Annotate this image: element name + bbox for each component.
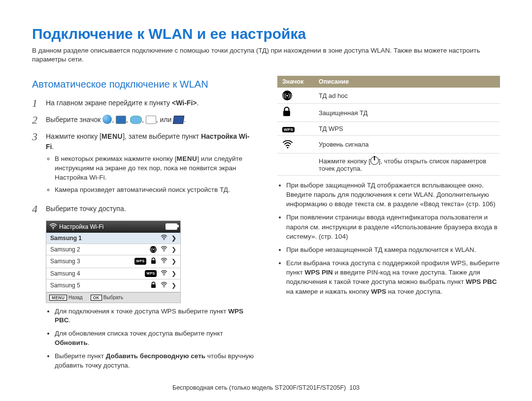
page-number: 103 (349, 384, 360, 391)
manual-page: Подключение к WLAN и ее настройка В данн… (0, 0, 532, 401)
step-3-sublist: В некоторых режимах нажмите кнопку [MENU… (46, 154, 255, 195)
device-screenshot: Настройка Wi-Fi Samsung 1 ❯ (46, 220, 181, 303)
network-row-3: Samsung 3 WPS ❯ (46, 255, 180, 268)
power-icon (370, 156, 379, 165)
adhoc-icon: ((•)) (282, 91, 292, 100)
svg-point-7 (164, 286, 165, 287)
lock-icon (150, 257, 157, 266)
step-3-sub2: Камера произведет автоматический поиск у… (55, 185, 255, 195)
step-1-text-pre: На главном экране перейдите к пункту (46, 99, 172, 107)
page-intro: В данном разделе описывается подключение… (32, 46, 500, 64)
svg-rect-6 (151, 284, 156, 288)
wps-icon: WPS (145, 270, 157, 277)
device-header: Настройка Wi-Fi (46, 221, 180, 233)
chevron-right-icon: ❯ (171, 246, 176, 253)
svg-point-0 (53, 228, 54, 229)
step-4: Выберите точку доступа. (32, 204, 255, 215)
network-name: Samsung 3 (50, 258, 80, 265)
signal-icon (161, 235, 167, 242)
device-footer: MENU Назад OK Выбрать (46, 292, 180, 303)
lock-desc: Защищенная ТД (314, 104, 500, 122)
chevron-right-icon: ❯ (171, 258, 176, 265)
wifi-icon (49, 223, 57, 231)
ok-key: OK (91, 295, 102, 301)
signal-icon (161, 246, 167, 253)
step-2: Выберите значок , , , , или . (32, 115, 255, 125)
signal-icon (161, 270, 167, 277)
svg-point-9 (287, 147, 289, 148)
svg-point-1 (164, 239, 165, 240)
network-name: Samsung 5 (50, 282, 80, 289)
after-bullet-1: Для подключения к точке доступа WPS выбе… (55, 307, 255, 326)
menu-label-2: MENU (177, 155, 198, 162)
content-columns: Автоматическое подключение к WLAN На гла… (32, 76, 500, 374)
after-bullet-2: Для обновления списка точек доступа выбе… (55, 329, 255, 348)
network-row-2: Samsung 2 ((•)) ❯ (46, 244, 180, 255)
step-1-bold: <Wi-Fi> (172, 99, 197, 107)
svg-point-2 (164, 250, 165, 251)
step-3-pre: Нажмите кнопку [ (46, 132, 101, 140)
page-title: Подключение к WLAN и ее настройка (32, 26, 500, 42)
menu-key: MENU (49, 295, 67, 301)
email-icon (146, 116, 156, 124)
wps-icon: WPS (282, 127, 295, 132)
right-bullets: При выборе защищенной ТД отображается вс… (277, 181, 500, 296)
chevron-right-icon: ❯ (171, 282, 176, 289)
cloud-icon (130, 116, 142, 124)
table-header-desc: Описание (314, 76, 500, 88)
right-bullet-4: Если выбрана точка доступа с поддержкой … (286, 258, 500, 296)
icon-description-table: Значок Описание ((•)) ТД ad hoc Защищенн… (277, 76, 500, 176)
signal-desc: Уровень сигнала (314, 136, 500, 154)
adhoc-icon: ((•)) (150, 246, 157, 253)
table-header-icon: Значок (277, 76, 314, 88)
step-3: Нажмите кнопку [MENU], затем выберите пу… (32, 131, 255, 197)
remote-viewfinder-icon (173, 116, 184, 124)
svg-rect-8 (283, 111, 290, 116)
wps-icon: WPS (134, 258, 146, 265)
svg-point-4 (164, 262, 165, 263)
network-name: Samsung 2 (50, 246, 80, 253)
footer-text: Беспроводная сеть (только модель ST200F/… (172, 384, 346, 391)
step-1: На главном экране перейдите к пункту <Wi… (32, 98, 255, 109)
power-desc: Нажмите кнопку [], чтобы открыть список … (314, 153, 500, 175)
step-4-text: Выберите точку доступа. (46, 204, 255, 215)
device-header-title: Настройка Wi-Fi (59, 223, 103, 230)
network-name: Samsung 1 (50, 235, 82, 242)
left-column: Автоматическое подключение к WLAN На гла… (32, 76, 255, 374)
step-3-mid: ], затем выберите пункт (123, 132, 201, 140)
right-bullet-1: При выборе защищенной ТД отображается вс… (286, 181, 500, 209)
chevron-right-icon: ❯ (171, 270, 176, 277)
lock-icon (282, 108, 291, 119)
ok-key-label: Выбрать (103, 295, 123, 300)
network-row-4: Samsung 4 WPS ❯ (46, 268, 180, 279)
battery-icon (166, 223, 177, 230)
lock-icon (150, 281, 157, 290)
step-3-sub1: В некоторых режимах нажмите кнопку [MENU… (55, 154, 255, 183)
globe-icon (102, 115, 112, 124)
after-bullet-3: Выберите пункт Добавить беспроводную сет… (55, 352, 255, 370)
svg-rect-3 (151, 260, 156, 264)
signal-icon (161, 258, 167, 265)
network-name: Samsung 4 (50, 270, 80, 277)
menu-label: MENU (101, 132, 123, 140)
adhoc-desc: ТД ad hoc (314, 88, 500, 104)
right-bullet-3: При выборе незащищенной ТД камера подклю… (286, 245, 500, 254)
page-footer: Беспроводная сеть (только модель ST200F/… (0, 384, 532, 391)
step-1-text-post: . (197, 99, 199, 107)
network-row-1: Samsung 1 ❯ (46, 233, 180, 244)
svg-point-5 (164, 275, 165, 276)
step-2-text-pre: Выберите значок (46, 116, 102, 123)
after-device-bullets: Для подключения к точке доступа WPS выбе… (32, 307, 255, 370)
photo-share-icon (116, 116, 126, 124)
menu-key-label: Назад (68, 295, 83, 300)
network-row-5: Samsung 5 ❯ (46, 279, 180, 292)
right-bullet-2: При появлении страницы ввода идентификат… (286, 213, 500, 241)
steps-list: На главном экране перейдите к пункту <Wi… (32, 98, 255, 214)
right-column: Значок Описание ((•)) ТД ad hoc Защищенн… (277, 76, 500, 374)
device-network-list: Samsung 1 ❯ Samsung 2 ((•)) (46, 233, 180, 292)
wps-desc: ТД WPS (314, 122, 500, 136)
section-title: Автоматическое подключение к WLAN (32, 79, 255, 90)
step-3-post: . (52, 143, 54, 151)
chevron-right-icon: ❯ (171, 235, 176, 242)
step-2-text-or: , или (156, 116, 173, 123)
